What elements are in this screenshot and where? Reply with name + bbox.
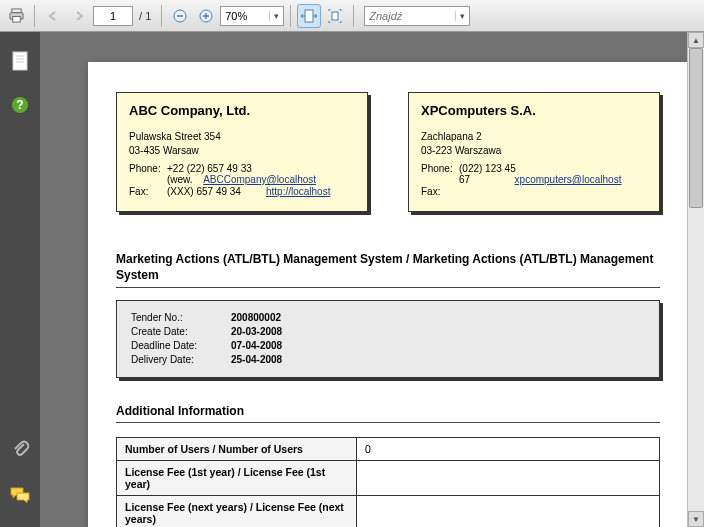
company-addr1: Pulawska Street 354	[129, 130, 355, 144]
create-date-value: 20-03-2008	[231, 325, 282, 339]
attachment-icon[interactable]	[9, 437, 31, 459]
help-icon[interactable]: ?	[9, 94, 31, 116]
separator	[34, 5, 35, 27]
zoom-out-button[interactable]	[168, 4, 192, 28]
phone-row: (022) 123 45 67 xpcomputers@localhost	[459, 163, 647, 185]
comments-icon[interactable]	[9, 485, 31, 507]
company-addr2: 03-435 Warsaw	[129, 144, 355, 158]
toolbar: / 1 ▾ ▾	[0, 0, 704, 32]
tender-no-value: 200800002	[231, 311, 281, 325]
deadline-date-value: 07-04-2008	[231, 339, 282, 353]
scrollbar[interactable]: ▲ ▼	[687, 32, 704, 527]
company-addr1: Zachlapana 2	[421, 130, 647, 144]
separator	[161, 5, 162, 27]
attr-value	[357, 496, 660, 527]
svg-rect-2	[12, 16, 20, 22]
zoom-select[interactable]: ▾	[220, 6, 284, 26]
scroll-down-button[interactable]: ▼	[688, 511, 704, 527]
sidebar: ?	[0, 32, 40, 527]
attr-value: 0	[357, 438, 660, 461]
company-link[interactable]: http://localhost	[266, 186, 330, 197]
table-row: Number of Users / Number of Users0	[117, 438, 660, 461]
company-name: ABC Company, Ltd.	[129, 103, 355, 118]
search-box[interactable]: ▾	[364, 6, 470, 26]
zoom-dropdown-icon[interactable]: ▾	[269, 11, 283, 21]
company-box-right: XPComputers S.A. Zachlapana 2 03-223 War…	[408, 92, 660, 212]
separator	[353, 5, 354, 27]
page-total: / 1	[135, 10, 155, 22]
separator	[290, 5, 291, 27]
company-email-link[interactable]: ABCCompany@localhost	[203, 174, 316, 185]
fit-width-button[interactable]	[297, 4, 321, 28]
fax-value: (XXX) 657 49 34	[167, 186, 241, 197]
delivery-date-value: 25-04-2008	[231, 353, 282, 367]
additional-info-header: Additional Information	[116, 404, 660, 418]
phone-value: (022) 123 45 67	[459, 163, 516, 185]
tender-info-box: Tender No.:200800002 Create Date:20-03-2…	[116, 300, 660, 378]
fit-page-button[interactable]	[323, 4, 347, 28]
pages-panel-icon[interactable]	[9, 50, 31, 72]
company-email-link[interactable]: xpcomputers@localhost	[515, 174, 622, 185]
search-dropdown-icon[interactable]: ▾	[455, 11, 469, 21]
scroll-thumb[interactable]	[689, 48, 703, 208]
main-area: ? ABC Company, Ltd. Pulawska Street 354 …	[0, 32, 704, 527]
company-addr2: 03-223 Warszawa	[421, 144, 647, 158]
page: ABC Company, Ltd. Pulawska Street 354 03…	[88, 62, 688, 527]
svg-rect-0	[11, 9, 20, 13]
document-viewer: ABC Company, Ltd. Pulawska Street 354 03…	[40, 32, 704, 527]
attr-label: License Fee (1st year) / License Fee (1s…	[117, 461, 357, 496]
page-number-input[interactable]	[93, 6, 133, 26]
next-page-button[interactable]	[67, 4, 91, 28]
attributes-table: Number of Users / Number of Users0 Licen…	[116, 437, 660, 527]
attr-label: License Fee (next years) / License Fee (…	[117, 496, 357, 527]
phone-row: +22 (22) 657 49 33 (wew. ABCCompany@loca…	[167, 163, 355, 185]
document-title: Marketing Actions (ATL/BTL) Management S…	[116, 252, 660, 283]
divider	[116, 287, 660, 288]
phone-label: Phone:	[421, 163, 459, 185]
scroll-up-button[interactable]: ▲	[688, 32, 704, 48]
fax-value	[459, 186, 647, 197]
attr-label: Number of Users / Number of Users	[117, 438, 357, 461]
zoom-in-button[interactable]	[194, 4, 218, 28]
svg-text:?: ?	[16, 98, 23, 112]
search-input[interactable]	[365, 10, 455, 22]
table-row: License Fee (1st year) / License Fee (1s…	[117, 461, 660, 496]
fax-label: Fax:	[421, 186, 459, 197]
tender-no-label: Tender No.:	[131, 311, 231, 325]
phone-label: Phone:	[129, 163, 167, 185]
prev-page-button[interactable]	[41, 4, 65, 28]
divider	[116, 422, 660, 423]
table-row: License Fee (next years) / License Fee (…	[117, 496, 660, 527]
company-name: XPComputers S.A.	[421, 103, 647, 118]
fax-row: (XXX) 657 49 34 http://localhost	[167, 186, 355, 197]
svg-rect-8	[305, 10, 313, 22]
svg-rect-9	[332, 12, 338, 20]
attr-value	[357, 461, 660, 496]
fax-label: Fax:	[129, 186, 167, 197]
deadline-date-label: Deadline Date:	[131, 339, 231, 353]
company-box-left: ABC Company, Ltd. Pulawska Street 354 03…	[116, 92, 368, 212]
company-row: ABC Company, Ltd. Pulawska Street 354 03…	[116, 92, 660, 212]
create-date-label: Create Date:	[131, 325, 231, 339]
zoom-input[interactable]	[221, 10, 269, 22]
print-button[interactable]	[4, 4, 28, 28]
delivery-date-label: Delivery Date:	[131, 353, 231, 367]
svg-rect-10	[13, 52, 27, 70]
page-total-value: 1	[145, 10, 151, 22]
